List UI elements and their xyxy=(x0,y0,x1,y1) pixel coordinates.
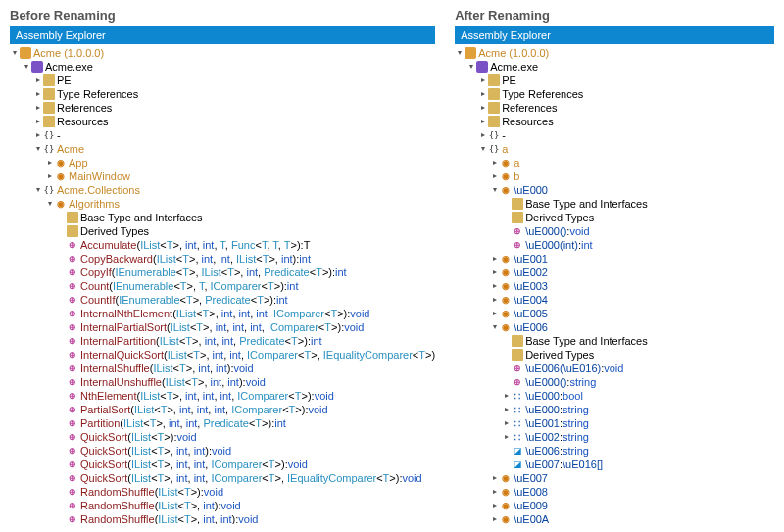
class-algorithms-row[interactable]: ▾Algorithms xyxy=(10,197,435,211)
field-row[interactable]: ▸\uE000 : string xyxy=(455,403,774,416)
expand-icon[interactable]: ▸ xyxy=(478,128,488,142)
derived-row[interactable]: Derived Types xyxy=(455,211,774,224)
expand-icon[interactable]: ▸ xyxy=(490,293,500,307)
pe-row[interactable]: ▸PE xyxy=(455,73,774,87)
res-row[interactable]: ▸Resources xyxy=(10,115,435,128)
expand-icon[interactable]: ▾ xyxy=(22,60,31,73)
expand-icon[interactable]: ▾ xyxy=(45,197,55,211)
expand-icon[interactable]: ▸ xyxy=(490,485,500,499)
exe-row[interactable]: ▾ Acme.exe xyxy=(10,60,435,73)
expand-icon[interactable]: ▾ xyxy=(10,46,20,60)
field-row[interactable]: ▸\uE001 : string xyxy=(455,416,774,430)
expand-icon[interactable]: ▸ xyxy=(33,101,43,115)
expand-icon[interactable]: ▸ xyxy=(490,266,500,279)
method-row[interactable]: CountIf(IEnumerable<T>, Predicate<T>) : … xyxy=(10,293,435,307)
pe-row[interactable]: ▸PE xyxy=(10,73,435,87)
type-row[interactable]: ▸\uE001 xyxy=(455,252,774,266)
expand-icon[interactable]: ▸ xyxy=(490,169,500,183)
expand-icon[interactable]: ▸ xyxy=(490,307,500,320)
method-row[interactable]: NthElement(IList<T>, int, int, int, ICom… xyxy=(10,389,435,403)
method-row[interactable]: Accumulate(IList<T>, int, int, T, Func<T… xyxy=(10,238,435,252)
class-mainwindow-row[interactable]: ▸MainWindow xyxy=(10,169,435,183)
expand-icon[interactable]: ▸ xyxy=(33,87,43,101)
class-app-row[interactable]: ▸App xyxy=(10,156,435,169)
method-row[interactable]: \uE000(int) : int xyxy=(455,238,774,252)
typerefs-row[interactable]: ▸Type References xyxy=(10,87,435,101)
expand-icon[interactable]: ▸ xyxy=(478,115,488,128)
method-row[interactable]: RandomShuffle(IList<T>) : void xyxy=(10,485,435,499)
field-row[interactable]: ▸\uE000 : bool xyxy=(455,389,774,403)
expand-icon[interactable]: ▸ xyxy=(490,156,500,169)
expand-icon[interactable]: ▸ xyxy=(490,512,500,524)
method-row[interactable]: InternalQuickSort(IList<T>, int, int, IC… xyxy=(10,348,435,362)
expand-icon[interactable]: ▸ xyxy=(502,416,512,430)
class-a-row[interactable]: ▸a xyxy=(455,156,774,169)
method-row[interactable]: \uE000() : void xyxy=(455,224,774,238)
expand-icon[interactable]: ▸ xyxy=(33,115,43,128)
method-row[interactable]: InternalUnshuffle(IList<T>, int, int) : … xyxy=(10,375,435,389)
expand-icon[interactable]: ▾ xyxy=(478,142,488,156)
expand-icon[interactable]: ▸ xyxy=(478,87,488,101)
method-row[interactable]: PartialSort(IList<T>, int, int, int, ICo… xyxy=(10,403,435,416)
method-row[interactable]: Partition(IList<T>, int, int, Predicate<… xyxy=(10,416,435,430)
field-row[interactable]: \uE006 : string xyxy=(455,444,774,458)
method-row[interactable]: InternalShuffle(IList<T>, int, int) : vo… xyxy=(10,362,435,375)
method-row[interactable]: \uE006(\uE016) : void xyxy=(455,362,774,375)
expand-icon[interactable]: ▾ xyxy=(466,60,476,73)
method-row[interactable]: CopyBackward(IList<T>, int, int, IList<T… xyxy=(10,252,435,266)
type-row[interactable]: ▸\uE00A xyxy=(455,512,774,524)
refs-row[interactable]: ▸References xyxy=(10,101,435,115)
method-row[interactable]: InternalPartition(IList<T>, int, int, Pr… xyxy=(10,334,435,348)
method-row[interactable]: RandomShuffle(IList<T>, int, int) : void xyxy=(10,512,435,524)
baseti-row[interactable]: Base Type and Interfaces xyxy=(455,334,774,348)
expand-icon[interactable]: ▸ xyxy=(33,128,43,142)
expand-icon[interactable]: ▸ xyxy=(45,156,55,169)
res-row[interactable]: ▸Resources xyxy=(455,115,774,128)
expand-icon[interactable]: ▸ xyxy=(478,101,488,115)
method-row[interactable]: QuickSort(IList<T>, int, int, IComparer<… xyxy=(10,471,435,485)
dash-row[interactable]: ▸- xyxy=(455,128,774,142)
method-row[interactable]: \uE000() : string xyxy=(455,375,774,389)
expand-icon[interactable]: ▸ xyxy=(502,389,512,403)
class-e006-row[interactable]: ▾\uE006 xyxy=(455,320,774,334)
exe-row[interactable]: ▾Acme.exe xyxy=(455,60,774,73)
expand-icon[interactable]: ▸ xyxy=(45,169,55,183)
expand-icon[interactable]: ▸ xyxy=(502,403,512,416)
expand-icon[interactable]: ▾ xyxy=(490,183,500,197)
type-row[interactable]: ▸\uE003 xyxy=(455,279,774,293)
expand-icon[interactable]: ▸ xyxy=(490,499,500,512)
expand-icon[interactable]: ▾ xyxy=(33,142,43,156)
method-row[interactable]: QuickSort(IList<T>, int, int) : void xyxy=(10,444,435,458)
expand-icon[interactable]: ▸ xyxy=(490,252,500,266)
expand-icon[interactable]: ▸ xyxy=(490,279,500,293)
method-row[interactable]: InternalPartialSort(IList<T>, int, int, … xyxy=(10,320,435,334)
method-row[interactable]: QuickSort(IList<T>) : void xyxy=(10,430,435,444)
field-row[interactable]: \uE007 : \uE016[] xyxy=(455,458,774,471)
method-row[interactable]: QuickSort(IList<T>, int, int, IComparer<… xyxy=(10,458,435,471)
type-row[interactable]: ▸\uE002 xyxy=(455,266,774,279)
expand-icon[interactable]: ▾ xyxy=(33,183,43,197)
type-row[interactable]: ▸\uE005 xyxy=(455,307,774,320)
expand-icon[interactable]: ▸ xyxy=(490,471,500,485)
derived-row[interactable]: Derived Types xyxy=(10,224,435,238)
type-row[interactable]: ▸\uE009 xyxy=(455,499,774,512)
asm-row[interactable]: ▾Acme (1.0.0.0) xyxy=(455,46,774,60)
method-row[interactable]: Count(IEnumerable<T>, T, IComparer<T>) :… xyxy=(10,279,435,293)
method-row[interactable]: InternalNthElement(IList<T>, int, int, i… xyxy=(10,307,435,320)
refs-row[interactable]: ▸References xyxy=(455,101,774,115)
type-row[interactable]: ▸\uE008 xyxy=(455,485,774,499)
ns-acme-row[interactable]: ▾Acme xyxy=(10,142,435,156)
class-b-row[interactable]: ▸b xyxy=(455,169,774,183)
expand-icon[interactable]: ▾ xyxy=(455,46,465,60)
dash-row[interactable]: ▸- xyxy=(10,128,435,142)
method-row[interactable]: RandomShuffle(IList<T>, int) : void xyxy=(10,499,435,512)
baseti-row[interactable]: Base Type and Interfaces xyxy=(10,211,435,224)
baseti-row[interactable]: Base Type and Interfaces xyxy=(455,197,774,211)
class-e000-row[interactable]: ▾\uE000 xyxy=(455,183,774,197)
expand-icon[interactable]: ▸ xyxy=(478,73,488,87)
asm-row[interactable]: ▾ Acme (1.0.0.0) xyxy=(10,46,435,60)
expand-icon[interactable]: ▸ xyxy=(33,73,43,87)
expand-icon[interactable]: ▾ xyxy=(490,320,500,334)
type-row[interactable]: ▸\uE007 xyxy=(455,471,774,485)
typerefs-row[interactable]: ▸Type References xyxy=(455,87,774,101)
